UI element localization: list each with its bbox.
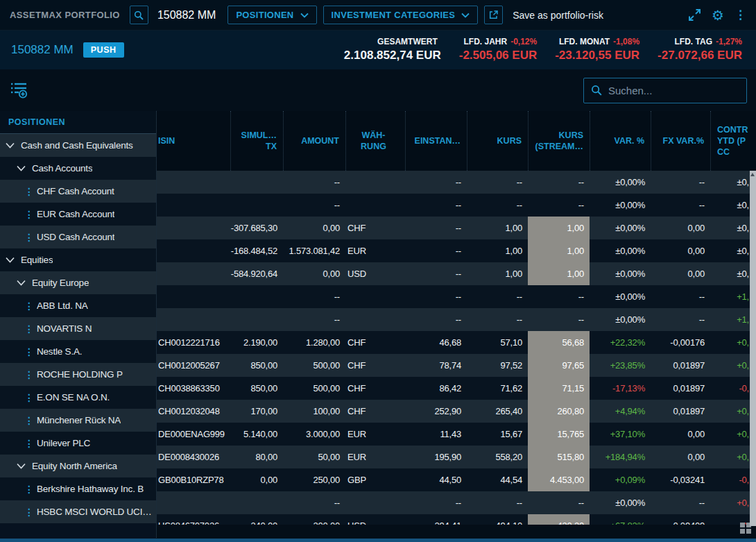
column-header[interactable]: FX VAR.%	[651, 111, 710, 171]
table-row[interactable]: GB00B10RZP78 0,00 250,00 GBP 44,50 44,54…	[157, 468, 756, 491]
table-row[interactable]: CH0012032048 170,00 100,00 CHF 252,90 26…	[157, 400, 756, 423]
table-row[interactable]: CH0012221716 2.190,00 1.280,00 CHF 46,68…	[157, 331, 756, 354]
expand-icon[interactable]	[688, 8, 701, 22]
save-as-portfolio-risk-label[interactable]: Save as portfolio-risk	[513, 10, 603, 21]
tree-item[interactable]: ⋮ Cash and Cash Equivalents	[0, 134, 156, 157]
drag-handle-icon[interactable]: ⋮	[24, 416, 31, 425]
column-header[interactable]: KURS (STREAM…	[528, 111, 590, 171]
cell-einstand: 252,90	[405, 400, 467, 423]
tree-item[interactable]: ⋮ Berkshire Hathaway Inc. B	[0, 477, 156, 500]
positions-dropdown[interactable]: POSITIONEN	[227, 6, 316, 24]
chevron-down-icon[interactable]	[6, 142, 15, 149]
column-header[interactable]: KURS	[467, 111, 528, 171]
drag-handle-icon[interactable]: ⋮	[24, 324, 31, 334]
tree-item[interactable]: ⋮ EUR Cash Account	[0, 203, 156, 226]
table-row[interactable]: DE000ENAG999 5.140,00 3.000,00 EUR 11,43…	[157, 423, 756, 446]
tree-item[interactable]: ⋮ Nestle S.A.	[0, 340, 156, 363]
chevron-down-icon[interactable]	[17, 165, 26, 171]
tree-item-label: Equities	[21, 255, 53, 265]
column-header[interactable]: CONTR YTD (P CC	[710, 111, 756, 171]
search-button[interactable]	[130, 6, 148, 24]
tree-item[interactable]: ⋮ Münchener Rück NA	[0, 409, 156, 432]
chevron-down-icon	[461, 12, 470, 18]
table-row[interactable]: -- -- -- -- ±0,00% -- ±0,	[157, 194, 756, 217]
tree-item[interactable]: ⋮ Equities	[0, 248, 156, 271]
tree-item[interactable]: ⋮ HSBC MSCI WORLD UCI…	[0, 500, 156, 523]
chevron-down-icon[interactable]	[17, 280, 26, 286]
cell-fx-var: 0,01897	[651, 354, 710, 377]
column-header[interactable]: EINSTAN…	[405, 111, 467, 171]
column-header[interactable]: ISIN	[157, 111, 230, 171]
drag-handle-icon[interactable]: ⋮	[24, 370, 31, 380]
tree-item[interactable]: ⋮ ROCHE HOLDING P	[0, 363, 156, 386]
table-row[interactable]: CH0012005267 850,00 500,00 CHF 78,74 97,…	[157, 354, 756, 377]
cell-einstand: 11,43	[405, 423, 467, 446]
add-to-list-icon[interactable]	[10, 81, 28, 99]
drag-handle-icon[interactable]: ⋮	[24, 507, 31, 517]
external-link-icon	[488, 10, 499, 20]
summary-left: 150882 MM PUSH	[11, 42, 124, 58]
table-row[interactable]: -584.920,64 0,00 USD -- 1,00 1,00 ±0,00%…	[157, 262, 756, 285]
column-header[interactable]: VAR. %	[590, 111, 651, 171]
drag-handle-icon[interactable]: ⋮	[24, 439, 31, 448]
cell-isin: CH0012032048	[157, 400, 230, 423]
cell-kurs-stream: 15,765	[528, 423, 590, 446]
vertical-scrollbar[interactable]	[750, 171, 756, 526]
drag-handle-icon[interactable]: ⋮	[24, 210, 31, 219]
table-row[interactable]: -168.484,52 1.573.081,42 EUR -- 1,00 1,0…	[157, 239, 756, 262]
cell-simul-tx: 340,00	[230, 514, 283, 525]
cell-amount: 500,00	[283, 354, 345, 377]
tree-item[interactable]: ⋮ Equity Europe	[0, 271, 156, 294]
chevron-down-icon[interactable]	[6, 257, 15, 263]
drag-handle-icon[interactable]: ⋮	[24, 484, 31, 494]
tree-item[interactable]: ⋮ USD Cash Account	[0, 226, 156, 248]
table-row[interactable]: -307.685,30 0,00 CHF -- 1,00 1,00 ±0,00%…	[157, 217, 756, 239]
cell-isin: GB00B10RZP78	[157, 468, 230, 491]
table-row[interactable]: -- -- -- -- ±0,00% -- +1,	[157, 308, 756, 331]
table-header-row: ISIN SIMUL… TX AMOUNT WÄH- RUNG EINSTAN……	[157, 111, 756, 171]
table-row[interactable]: CH0038863350 850,00 500,00 CHF 86,42 71,…	[157, 377, 756, 400]
stat-label: LFD. TAG	[675, 37, 712, 46]
column-header[interactable]: WÄH- RUNG	[345, 111, 405, 171]
tree-item[interactable]: ⋮ NOVARTIS N	[0, 317, 156, 340]
cell-kurs-stream: 1,00	[528, 217, 590, 239]
drag-handle-icon[interactable]: ⋮	[24, 301, 31, 311]
tree-item[interactable]: ⋮ CHF Cash Account	[0, 180, 156, 203]
drag-handle-icon[interactable]: ⋮	[24, 232, 31, 242]
cell-amount: --	[283, 491, 345, 514]
tree-item[interactable]: ⋮ Cash Accounts	[0, 157, 156, 180]
gear-icon[interactable]: ⚙	[712, 8, 724, 22]
cell-kurs: 44,54	[467, 468, 528, 491]
investment-categories-dropdown[interactable]: INVESTMENT CATEGORIES	[323, 6, 479, 24]
tree-item[interactable]: ⋮ ABB Ltd. NA	[0, 294, 156, 317]
table-row[interactable]: US0846707026 340,00 200,00 USD 294,41 49…	[157, 514, 756, 525]
cell-kurs-stream: 515,80	[528, 446, 590, 468]
table-row[interactable]: DE0008430026 80,00 50,00 EUR 195,90 558,…	[157, 446, 756, 468]
column-header[interactable]: SIMUL… TX	[230, 111, 283, 171]
column-header[interactable]: AMOUNT	[283, 111, 345, 171]
tree-item[interactable]: ⋮ E.ON SE NA O.N.	[0, 386, 156, 409]
top-bar-actions: ⚙ ⋮	[688, 8, 746, 22]
table-row[interactable]: -- -- -- -- ±0,00% -- +0,	[157, 491, 756, 514]
cell-kurs: --	[467, 194, 528, 217]
positions-dropdown-label: POSITIONEN	[236, 10, 293, 20]
drag-handle-icon[interactable]: ⋮	[24, 187, 31, 196]
drag-handle-icon[interactable]: ⋮	[24, 393, 31, 403]
cell-currency: USD	[345, 262, 405, 285]
tree-item[interactable]: ⋮ Unilever PLC	[0, 432, 156, 455]
search-input[interactable]	[608, 85, 739, 96]
cell-var-pct: ±0,00%	[590, 194, 651, 217]
chevron-down-icon[interactable]	[17, 463, 26, 469]
cell-einstand: --	[405, 194, 467, 217]
drag-handle-icon[interactable]: ⋮	[24, 347, 31, 357]
table-row[interactable]: -- -- -- -- ±0,00% -- ±0,	[157, 171, 756, 194]
cell-einstand: --	[405, 285, 467, 308]
open-external-button[interactable]	[484, 6, 503, 24]
tree-item-label: HSBC MSCI WORLD UCI…	[37, 507, 152, 517]
kebab-menu-icon[interactable]: ⋮	[734, 9, 746, 21]
table-row[interactable]: -- -- -- -- ±0,00% -- +1,	[157, 285, 756, 308]
tree-item[interactable]: ⋮ Equity North America	[0, 455, 156, 477]
horizontal-scrollbar[interactable]	[0, 539, 756, 542]
push-badge[interactable]: PUSH	[83, 42, 124, 58]
cell-kurs-stream: 4.453,00	[528, 468, 590, 491]
